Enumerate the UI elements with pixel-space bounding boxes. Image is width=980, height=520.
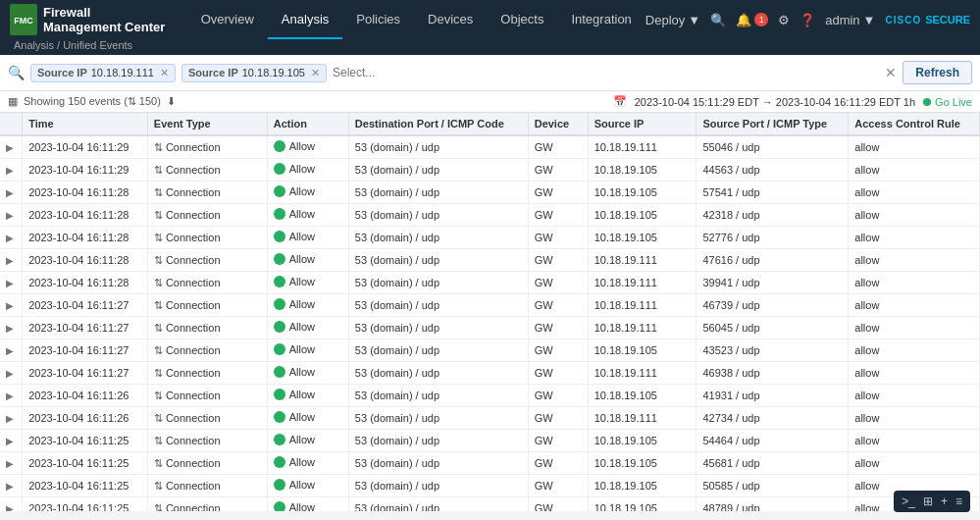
connection-icon-5: ⇅: [154, 254, 163, 266]
row-expand-13[interactable]: ▶: [0, 430, 23, 452]
table-row: ▶ 2023-10-04 16:11:25 ⇅ Connection Allow…: [0, 497, 980, 512]
row-source-port-4: 52776 / udp: [696, 227, 849, 249]
deploy-button[interactable]: Deploy ▼: [645, 13, 700, 27]
allow-icon-6: [274, 276, 285, 287]
row-device-10: GW: [528, 362, 588, 385]
row-dest-port-5: 53 (domain) / udp: [348, 249, 528, 272]
row-event-type-0: ⇅ Connection: [147, 135, 267, 159]
row-event-type-6: ⇅ Connection: [147, 272, 267, 294]
grid-icon[interactable]: ⊞: [923, 494, 933, 508]
row-source-ip-13: 10.18.19.105: [588, 430, 696, 452]
row-event-type-14: ⇅ Connection: [147, 452, 267, 475]
notifications-button[interactable]: 🔔1: [736, 13, 768, 27]
col-source-port[interactable]: Source Port / ICMP Type: [696, 113, 849, 135]
row-action-1: Allow: [267, 159, 348, 182]
add-icon[interactable]: +: [941, 494, 948, 508]
row-dest-port-16: 53 (domain) / udp: [348, 497, 528, 512]
row-dest-port-10: 53 (domain) / udp: [348, 362, 528, 385]
nav-overview[interactable]: Overview: [187, 0, 268, 39]
row-expand-16[interactable]: ▶: [0, 497, 23, 512]
refresh-button[interactable]: Refresh: [903, 61, 972, 84]
row-expand-6[interactable]: ▶: [0, 272, 23, 294]
column-selector-icon[interactable]: ▦: [8, 95, 18, 108]
row-event-type-9: ⇅ Connection: [147, 339, 267, 362]
row-expand-10[interactable]: ▶: [0, 362, 23, 385]
table-row: ▶ 2023-10-04 16:11:25 ⇅ Connection Allow…: [0, 452, 980, 475]
filter-input[interactable]: [333, 66, 879, 79]
filter-tag-remove-1[interactable]: ✕: [160, 67, 169, 79]
col-device[interactable]: Device: [528, 113, 588, 135]
app-title-area: Firewall Management Center: [43, 5, 168, 34]
row-device-1: GW: [528, 159, 588, 182]
search-button[interactable]: 🔍: [710, 13, 726, 27]
row-expand-5[interactable]: ▶: [0, 249, 23, 272]
row-expand-4[interactable]: ▶: [0, 227, 23, 249]
row-event-type-2: ⇅ Connection: [147, 182, 267, 204]
row-acr-14: allow: [849, 452, 980, 475]
allow-icon-11: [274, 389, 285, 400]
allow-icon-8: [274, 321, 285, 333]
breadcrumb: Analysis / Unified Events: [0, 39, 980, 55]
nav-policies[interactable]: Policies: [342, 0, 414, 39]
row-device-13: GW: [528, 430, 588, 452]
row-time-10: 2023-10-04 16:11:27: [23, 362, 148, 385]
nav-integration[interactable]: Integration: [557, 0, 645, 39]
filter-tag-remove-2[interactable]: ✕: [311, 67, 320, 79]
col-time[interactable]: Time: [23, 113, 148, 135]
table-body: ▶ 2023-10-04 16:11:29 ⇅ Connection Allow…: [0, 135, 980, 511]
col-source-ip[interactable]: Source IP: [588, 113, 696, 135]
row-source-ip-2: 10.18.19.105: [588, 182, 696, 204]
row-expand-2[interactable]: ▶: [0, 182, 23, 204]
table-row: ▶ 2023-10-04 16:11:27 ⇅ Connection Allow…: [0, 339, 980, 362]
live-dot: [923, 98, 931, 106]
row-source-port-13: 54464 / udp: [696, 430, 849, 452]
row-expand-9[interactable]: ▶: [0, 339, 23, 362]
row-device-6: GW: [528, 272, 588, 294]
terminal-icon[interactable]: >_: [902, 494, 915, 508]
row-acr-4: allow: [849, 227, 980, 249]
allow-icon-2: [274, 185, 285, 197]
row-acr-2: allow: [849, 182, 980, 204]
nav-devices[interactable]: Devices: [414, 0, 487, 39]
admin-menu[interactable]: admin ▼: [825, 13, 875, 27]
row-expand-14[interactable]: ▶: [0, 452, 23, 475]
col-acr[interactable]: Access Control Rule: [849, 113, 980, 135]
row-event-type-3: ⇅ Connection: [147, 204, 267, 227]
app-title: Firewall Management Center: [43, 5, 168, 34]
nav-analysis[interactable]: Analysis: [268, 0, 342, 39]
row-dest-port-11: 53 (domain) / udp: [348, 385, 528, 407]
settings-button[interactable]: ⚙: [778, 13, 790, 27]
table-header-row: Time Event Type Action Destination Port …: [0, 113, 980, 135]
row-source-ip-15: 10.18.19.105: [588, 475, 696, 497]
row-expand-8[interactable]: ▶: [0, 317, 23, 339]
row-expand-0[interactable]: ▶: [0, 135, 23, 159]
row-device-9: GW: [528, 339, 588, 362]
admin-dropdown-icon: ▼: [863, 13, 876, 27]
row-event-type-13: ⇅ Connection: [147, 430, 267, 452]
allow-icon-4: [274, 231, 285, 242]
filter-search-icon[interactable]: 🔍: [8, 65, 25, 80]
row-time-13: 2023-10-04 16:11:25: [23, 430, 148, 452]
go-live-button[interactable]: Go Live: [923, 96, 972, 108]
row-time-15: 2023-10-04 16:11:25: [23, 475, 148, 497]
nav-objects[interactable]: Objects: [487, 0, 557, 39]
row-dest-port-8: 53 (domain) / udp: [348, 317, 528, 339]
menu-icon[interactable]: ≡: [955, 494, 962, 508]
row-expand-12[interactable]: ▶: [0, 407, 23, 430]
col-event-type[interactable]: Event Type: [147, 113, 267, 135]
row-time-16: 2023-10-04 16:11:25: [23, 497, 148, 512]
download-icon[interactable]: ⬇: [167, 95, 176, 108]
row-expand-1[interactable]: ▶: [0, 159, 23, 182]
row-expand-7[interactable]: ▶: [0, 294, 23, 317]
row-time-12: 2023-10-04 16:11:26: [23, 407, 148, 430]
help-button[interactable]: ❓: [799, 13, 815, 27]
col-action[interactable]: Action: [267, 113, 348, 135]
top-navigation: FMC Firewall Management Center Overview …: [0, 0, 980, 39]
row-expand-3[interactable]: ▶: [0, 204, 23, 227]
row-expand-15[interactable]: ▶: [0, 475, 23, 497]
filter-clear-button[interactable]: ✕: [885, 65, 897, 80]
col-dest-port[interactable]: Destination Port / ICMP Code: [348, 113, 528, 135]
row-action-7: Allow: [267, 294, 348, 317]
row-expand-11[interactable]: ▶: [0, 385, 23, 407]
row-source-ip-1: 10.18.19.105: [588, 159, 696, 182]
